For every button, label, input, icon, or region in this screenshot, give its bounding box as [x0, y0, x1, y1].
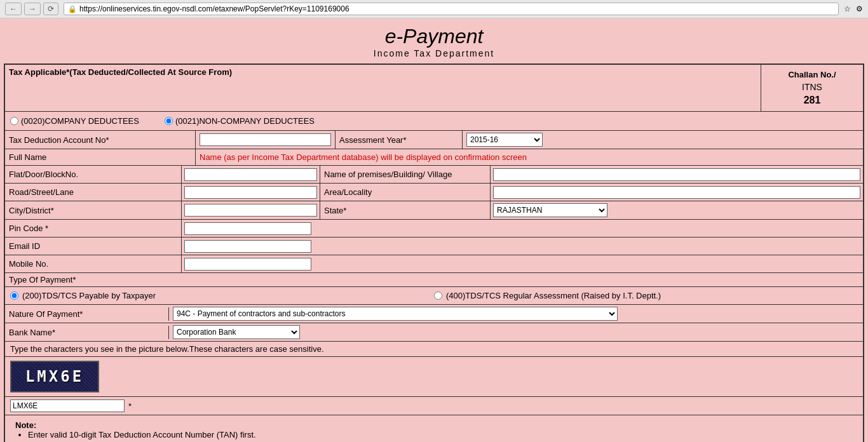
bank-row: Bank Name* Corporation Bank State Bank o… [5, 323, 863, 342]
refresh-button[interactable]: ⟳ [43, 3, 58, 15]
page-title-area: e-Payment Income Tax Department [0, 18, 868, 61]
email-input[interactable] [184, 240, 311, 253]
tan-input-cell[interactable] [196, 131, 336, 149]
road-input-cell[interactable] [182, 184, 320, 201]
email-input-cell[interactable] [182, 238, 863, 255]
challan-itns: ITNS [802, 82, 822, 92]
note-list: Enter valid 10-digit Tax Deduction Accou… [15, 430, 853, 439]
email-label: Email ID [5, 238, 182, 255]
fullname-row: Full Name Name (as per Income Tax Depart… [5, 149, 863, 166]
page-subtitle: Income Tax Department [0, 48, 868, 58]
tax-applicable-section: Tax Applicable*(Tax Deducted/Collected A… [5, 65, 761, 111]
pincode-row: Pin Code * [5, 220, 863, 238]
city-state-row: City/District* State* RAJASTHAN ANDHRA P… [5, 201, 863, 220]
nature-select[interactable]: 94C - Payment of contractors and sub-con… [173, 307, 618, 321]
payment-400-radio[interactable] [434, 291, 442, 300]
nature-label: Nature Of Payment* [5, 307, 169, 321]
page-container: e-Payment Income Tax Department Tax Appl… [0, 18, 868, 442]
pincode-input[interactable] [184, 222, 311, 235]
captcha-area: LMX6E [5, 357, 863, 397]
mobile-input-cell[interactable] [182, 255, 863, 272]
challan-inner: Challan No./ ITNS 281 [765, 67, 859, 109]
company-deductees-label: (0020)COMPANY DEDUCTEES [21, 116, 139, 126]
non-company-deductees-radio[interactable] [165, 117, 173, 125]
url-text: https://onlineservices.tin.egov-nsdl.com… [79, 4, 349, 13]
flat-label: Flat/Door/BlockNo. [5, 166, 182, 183]
company-deductees-radio[interactable] [10, 117, 18, 125]
nature-of-payment-row: Nature Of Payment* 94C - Payment of cont… [5, 305, 863, 323]
area-input-cell[interactable] [491, 184, 863, 201]
area-label: Area/Locality [320, 184, 491, 201]
company-deductees-option[interactable]: (0020)COMPANY DEDUCTEES [10, 116, 139, 126]
payment-200-label: (200)TDS/TCS Payable by Taxpayer [22, 291, 156, 300]
bank-select[interactable]: Corporation Bank State Bank of India HDF… [173, 325, 300, 339]
tax-challan-header-row: Tax Applicable*(Tax Deducted/Collected A… [5, 65, 863, 112]
payment-option-400[interactable]: (400)TDS/TCS Regular Assessment (Raised … [434, 291, 858, 300]
road-label: Road/Street/Lane [5, 184, 182, 201]
bank-select-cell[interactable]: Corporation Bank State Bank of India HDF… [169, 323, 863, 341]
bank-label: Bank Name* [5, 326, 169, 339]
back-button[interactable]: ← [5, 3, 22, 15]
browser-navigation[interactable]: ← → ⟳ [5, 3, 58, 15]
page-main-title: e-Payment [0, 25, 868, 48]
bookmark-icon[interactable]: ☆ [844, 4, 851, 13]
ay-label: Assessment Year* [336, 131, 463, 149]
captcha-input[interactable] [10, 399, 125, 412]
tax-applicable-title: Tax Applicable*(Tax Deducted/Collected A… [9, 67, 757, 77]
tan-label: Tax Deduction Account No* [5, 131, 196, 149]
form-container: Tax Applicable*(Tax Deducted/Collected A… [4, 64, 864, 442]
ay-input-cell[interactable]: 2014-15 2015-16 2016-17 [463, 131, 863, 149]
email-row: Email ID [5, 238, 863, 255]
premises-label: Name of premises/Building/ Village [320, 166, 491, 183]
extensions-icon[interactable]: ⚙ [856, 4, 863, 13]
captcha-asterisk: * [128, 401, 132, 411]
captcha-instruction: Type the characters you see in the pictu… [5, 342, 863, 357]
payment-type-options-row: (200)TDS/TCS Payable by Taxpayer (400)TD… [5, 287, 863, 305]
payment-400-label: (400)TDS/TCS Regular Assessment (Raised … [446, 291, 661, 300]
challan-section: Challan No./ ITNS 281 [761, 65, 863, 111]
city-input-cell[interactable] [182, 201, 320, 219]
note-title: Note: [15, 420, 853, 430]
premises-input[interactable] [493, 168, 860, 181]
payment-200-radio[interactable] [10, 291, 18, 300]
state-select[interactable]: RAJASTHAN ANDHRA PRADESH GUJARAT MAHARAS… [493, 203, 607, 217]
fullname-label: Full Name [5, 149, 196, 165]
mobile-row: Mobile No. [5, 255, 863, 273]
captcha-image: LMX6E [10, 361, 99, 392]
challan-number: 281 [804, 95, 821, 106]
state-input-cell[interactable]: RAJASTHAN ANDHRA PRADESH GUJARAT MAHARAS… [491, 201, 863, 219]
tan-ay-row: Tax Deduction Account No* Assessment Yea… [5, 131, 863, 149]
flat-input-cell[interactable] [182, 166, 320, 183]
tan-input[interactable] [200, 133, 331, 146]
road-input[interactable] [184, 186, 317, 199]
premises-input-cell[interactable] [491, 166, 863, 183]
city-input[interactable] [184, 204, 317, 217]
lock-icon: 🔒 [68, 5, 77, 13]
mobile-input[interactable] [184, 258, 311, 271]
url-bar[interactable]: 🔒 https://onlineservices.tin.egov-nsdl.c… [64, 3, 839, 15]
note-section: Note: Enter valid 10-digit Tax Deduction… [5, 415, 863, 442]
pincode-label: Pin Code * [5, 220, 182, 237]
city-label: City/District* [5, 201, 182, 219]
flat-input[interactable] [184, 168, 317, 181]
pincode-input-cell[interactable] [182, 220, 863, 237]
fullname-note: Name (as per Income Tax Department datab… [196, 149, 863, 165]
browser-bar: ← → ⟳ 🔒 https://onlineservices.tin.egov-… [0, 0, 868, 18]
mobile-label: Mobile No. [5, 255, 182, 272]
road-area-row: Road/Street/Lane Area/Locality [5, 184, 863, 201]
note-item-1: Enter valid 10-digit Tax Deduction Accou… [28, 430, 853, 439]
payment-option-200[interactable]: (200)TDS/TCS Payable by Taxpayer [10, 291, 434, 300]
area-input[interactable] [493, 186, 860, 199]
state-label: State* [320, 201, 491, 219]
ay-select[interactable]: 2014-15 2015-16 2016-17 [466, 133, 543, 147]
flat-premises-row: Flat/Door/BlockNo. Name of premises/Buil… [5, 166, 863, 184]
non-company-deductees-option[interactable]: (0021)NON-COMPANY DEDUCTEES [165, 116, 315, 126]
payment-type-header: Type Of Payment* [5, 273, 863, 287]
non-company-deductees-label: (0021)NON-COMPANY DEDUCTEES [175, 116, 315, 126]
nature-select-cell[interactable]: 94C - Payment of contractors and sub-con… [169, 305, 863, 323]
challan-label: Challan No./ [788, 70, 836, 79]
captcha-input-row: * [5, 397, 863, 415]
tax-type-radio-row: (0020)COMPANY DEDUCTEES (0021)NON-COMPAN… [5, 112, 863, 131]
forward-button[interactable]: → [24, 3, 41, 15]
